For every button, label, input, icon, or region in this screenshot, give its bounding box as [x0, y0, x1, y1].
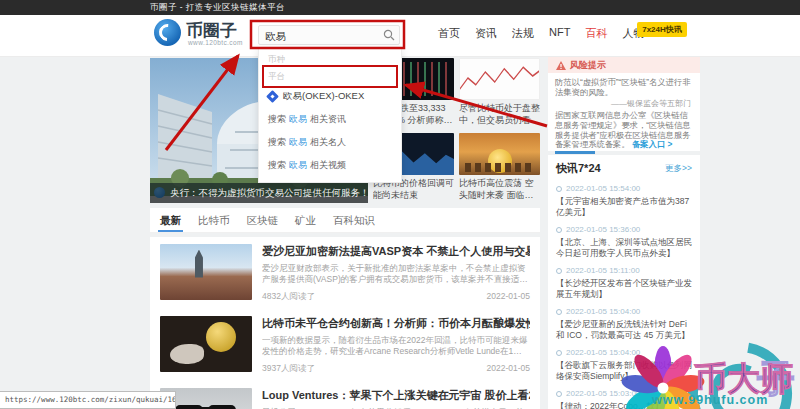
search-suggestion[interactable]: 搜索欧易相关视频: [259, 154, 401, 177]
tab[interactable]: 比特币: [198, 208, 230, 232]
search-suggestion[interactable]: 搜索欧易相关资讯: [259, 108, 401, 131]
news-card-caption: 比特币高位震荡 空头随时来袭 面临严峻考验: [459, 178, 540, 201]
flash-news-item[interactable]: 2022-01-05 15:04:00 【爱沙尼亚新的反洗钱法针对 DeFi 和…: [556, 307, 692, 340]
clock-icon: [556, 227, 562, 233]
hero-caption: 央行：不得为虚拟货币交易公司提供任何服务！一软件公司被…: [150, 183, 368, 203]
flash-news-item[interactable]: 2022-01-05 15:54:00 【元宇宙相关加密资产总市值为387亿美元…: [556, 184, 692, 217]
warning-icon: [556, 61, 566, 70]
search-dropdown: 币种 平台 欧易(OKEX)-OKEX 搜索欧易相关资讯 搜索欧易相关名人 搜索…: [258, 47, 402, 183]
nav-item[interactable]: 百科: [585, 26, 607, 41]
flash-text: 【谷歌旗下云服务部门收购以色列网络保安商Siemplify】: [556, 360, 692, 381]
nav-item[interactable]: 法规: [512, 26, 534, 41]
article-row[interactable]: 爱沙尼亚加密新法提高VASP资本 不禁止个人使用与交易加密币 爱沙尼亚财政部表示…: [150, 237, 540, 309]
clock-icon: [556, 391, 562, 397]
nav-item[interactable]: NFT: [549, 26, 570, 41]
news-card[interactable]: 比特币高位震荡 空头随时来袭 面临严峻考验: [459, 133, 540, 201]
article-tabs: 最新 比特币 区块链 矿业 百科知识: [150, 208, 540, 233]
site-logo-url: www.120btc.com: [188, 39, 243, 46]
news-card-caption: 尽管比特币处于盘整中，但交易员仍看涨后市: [459, 103, 540, 126]
site-slogan: 币圈子 - 打造专业区块链媒体平台: [150, 2, 285, 14]
flash-panel-accent: [555, 151, 595, 154]
flash-text: 【长沙经开区发布首个区块链产业发展五年规划】: [556, 278, 692, 299]
dropdown-suggestions: 搜索欧易相关资讯 搜索欧易相关名人 搜索欧易相关视频: [259, 108, 401, 177]
flash-timestamp: 2022-01-05 15:04:00: [556, 348, 692, 357]
flash-timestamp: 2022-01-05 15:11:00: [556, 266, 692, 275]
article-summary: 爱沙尼亚财政部表示，关于新批准的加密法案草案中，不会禁止虚拟资产服务提供商(VA…: [262, 263, 530, 285]
clock-icon: [556, 186, 562, 192]
clock-icon: [556, 268, 562, 274]
watermark-text: 币大师: [694, 360, 793, 397]
flash-news-panel: 快讯7*24 更多>> 2022-01-05 15:54:00 【元宇宙相关加密…: [548, 155, 700, 409]
news-card-image: [459, 133, 540, 175]
link-preview-statusbar: https://www.120btc.com/zixun/qukuai/1657…: [0, 391, 176, 409]
flash-text: 【元宇宙相关加密资产总市值为387亿美元】: [556, 196, 692, 217]
flash-timestamp: 2022-01-05 15:04:00: [556, 307, 692, 316]
article-title[interactable]: 比特币未平仓合约创新高！分析师：币价本月酝酿爆发性走势: [262, 316, 530, 331]
tab[interactable]: 矿业: [295, 208, 316, 232]
nav-item[interactable]: 资讯: [475, 26, 497, 41]
watermark-ghost-char: 子: [757, 358, 795, 400]
search-input[interactable]: [259, 29, 371, 46]
news-card[interactable]: 尽管比特币处于盘整中，但交易员仍看涨后市: [459, 58, 540, 126]
flash-timestamp: 2022-01-05 15:54:00: [556, 184, 692, 193]
flash-text: 【爱沙尼亚新的反洗钱法针对 DeFi 和 ICO，罚款最高可达 45 万美元】: [556, 319, 692, 340]
article-thumbnail: [160, 316, 252, 372]
article-views: 4832人阅读了: [262, 291, 315, 303]
search-icon[interactable]: [382, 29, 396, 42]
article-title[interactable]: Loup Ventures：苹果下个上涨关键在元宇宙 股价上看250美元: [262, 388, 530, 403]
article-row[interactable]: 比特币未平仓合约创新高！分析师：币价本月酝酿爆发性走势 一项新的数据显示，随着衍…: [150, 309, 540, 381]
flash-news-item[interactable]: 2022-01-05 15:04:00 【谷歌旗下云服务部门收购以色列网络保安商…: [556, 348, 692, 381]
flash-text: 【北京、上海、深圳等试点地区居民今日起可用数字人民币点外卖】: [556, 237, 692, 258]
nav-item[interactable]: 首页: [438, 26, 460, 41]
article-row[interactable]: Loup Ventures：苹果下个上涨关键在元宇宙 股价上看250美元 风投公…: [150, 381, 540, 409]
risk-notice-title: 风险提示: [570, 59, 606, 72]
flash-news-button[interactable]: 7x24H快讯: [637, 22, 687, 37]
risk-notice-header: 风险提示: [548, 57, 700, 73]
flash-news-list: 2022-01-05 15:54:00 【元宇宙相关加密资产总市值为387亿美元…: [556, 184, 692, 409]
flash-news-item[interactable]: 2022-01-05 15:11:00 【长沙经开区发布首个区块链产业发展五年规…: [556, 266, 692, 299]
dropdown-group-coin: 币种: [259, 51, 401, 68]
flash-timestamp: 2022-01-05 15:03:00: [556, 389, 692, 398]
flash-news-item[interactable]: 2022-01-05 15:03:00 【律动：2022年Cobo…款】: [556, 389, 692, 409]
flash-text: 【律动：2022年Cobo…款】: [556, 401, 692, 409]
main-nav: 首页 资讯 法规 NFT 百科 人物: [438, 26, 644, 41]
clock-icon: [556, 350, 562, 356]
site-logo-icon[interactable]: [154, 19, 181, 46]
tab[interactable]: 区块链: [247, 208, 279, 232]
flash-more-link[interactable]: 更多>>: [665, 163, 692, 175]
dropdown-result-okex[interactable]: 欧易(OKEX)-OKEX: [259, 85, 401, 108]
article-title[interactable]: 爱沙尼亚加密新法提高VASP资本 不禁止个人使用与交易加密币: [262, 244, 530, 259]
risk-notice-text: 防范以“虚拟货币”“区块链”名义进行非法集资的风险。: [555, 78, 693, 98]
browser-page: 币圈子 - 打造专业区块链媒体平台 币圈子 www.120btc.com 首页 …: [0, 0, 800, 409]
article-views: 3937人阅读了: [262, 363, 315, 375]
flash-panel-title: 快讯7*24: [556, 161, 601, 176]
article-date: 2022-01-05: [487, 291, 530, 303]
flash-timestamp: 2022-01-05 15:36:00: [556, 225, 692, 234]
risk-notice-source: ——银保监会等五部门: [555, 99, 691, 109]
risk-notice-body: 防范以“虚拟货币”“区块链”名义进行非法集资的风险。 ——银保监会等五部门 据国…: [548, 73, 700, 151]
search-box[interactable]: [258, 25, 400, 45]
article-date: 2022-01-05: [487, 363, 530, 375]
dropdown-group-platform: 平台: [259, 68, 401, 85]
article-summary: 一项新的数据显示，随着衍生品市场在2022年回温，比特币可能迎来爆发性的价格走势…: [262, 335, 530, 357]
article-thumbnail: [160, 244, 252, 300]
article-list: 爱沙尼亚加密新法提高VASP资本 不禁止个人使用与交易加密币 爱沙尼亚财政部表示…: [150, 237, 540, 409]
search-suggestion[interactable]: 搜索欧易相关名人: [259, 131, 401, 154]
clock-icon: [556, 309, 562, 315]
tab[interactable]: 百科知识: [333, 208, 375, 232]
dropdown-result-label: 欧易(OKEX)-OKEX: [283, 90, 364, 103]
news-card-image: [459, 58, 540, 100]
site-topbar: 币圈子 - 打造专业区块链媒体平台: [0, 0, 800, 15]
okex-icon: [266, 90, 279, 103]
flash-news-item[interactable]: 2022-01-05 15:36:00 【北京、上海、深圳等试点地区居民今日起可…: [556, 225, 692, 258]
filing-entry-link[interactable]: 备案入口 >: [632, 139, 672, 149]
tab[interactable]: 最新: [160, 208, 181, 232]
